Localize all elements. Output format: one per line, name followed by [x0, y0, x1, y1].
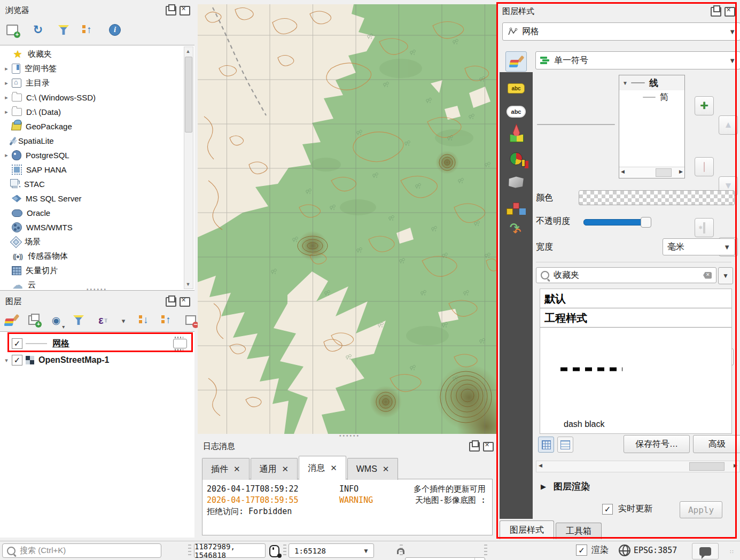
symbol-tree[interactable]: ▼ 线 简 ◀ ▶: [619, 75, 685, 178]
browser-tree-item[interactable]: 传感器物体: [0, 249, 194, 263]
browser-tree-item[interactable]: ▸ PostgreSQL: [0, 148, 194, 162]
symbology-tab[interactable]: [505, 51, 527, 72]
expander-icon[interactable]: ▸: [1, 108, 12, 115]
close-tab-icon[interactable]: ✕: [330, 463, 337, 473]
mouse-tracking-icon[interactable]: [269, 545, 279, 557]
close-tab-icon[interactable]: ✕: [383, 464, 390, 474]
map-canvas[interactable]: [198, 4, 496, 434]
dash-symbol-preview[interactable]: [559, 364, 624, 375]
expander-icon[interactable]: ▶: [541, 483, 546, 491]
slider-handle[interactable]: [641, 217, 651, 228]
browser-tree-item[interactable]: ▸ 主目录: [0, 76, 194, 90]
scroll-left-icon[interactable]: ◀: [621, 169, 625, 174]
styling-side-tab[interactable]: [500, 170, 533, 194]
scale-combobox[interactable]: 1:65128 ▼: [289, 543, 374, 558]
expander-icon[interactable]: ▸: [1, 80, 12, 87]
move-up-button[interactable]: [719, 115, 738, 135]
symbol-search-input[interactable]: 收藏夹: [536, 267, 716, 283]
browser-scrollbar[interactable]: ▲ ▼: [184, 46, 193, 289]
apply-button[interactable]: Apply: [680, 501, 722, 518]
live-update-checkbox[interactable]: ✓: [602, 504, 613, 515]
browser-tree-item[interactable]: ▸ D:\ (Data): [0, 105, 194, 119]
expander-icon[interactable]: ▸: [1, 94, 12, 101]
float-panel-icon[interactable]: [166, 297, 176, 307]
layer-visibility-checkbox[interactable]: ✓: [12, 355, 22, 365]
panel-hscrollbar[interactable]: ◀ ▶: [536, 461, 740, 472]
width-unit-dropdown[interactable]: 毫米 ▼: [663, 238, 735, 255]
browser-tree-item[interactable]: ▸ C:\ (Windows-SSD): [0, 90, 194, 105]
styling-side-tab[interactable]: [500, 194, 533, 217]
search-filter-dropdown[interactable]: ▼: [718, 267, 733, 284]
expander-icon[interactable]: ▸: [1, 152, 12, 159]
scroll-thumb[interactable]: [185, 57, 192, 133]
symbol-tree-hscrollbar[interactable]: ◀ ▶: [619, 167, 684, 178]
scroll-right-icon[interactable]: ▶: [734, 463, 737, 468]
stepper-arrows[interactable]: ▲▼: [474, 558, 485, 560]
layer-selector-dropdown[interactable]: 网格 ▼: [502, 22, 740, 41]
scroll-left-icon[interactable]: ◀: [539, 463, 542, 468]
layer-rendering-group[interactable]: ▶ 图层渲染: [541, 480, 590, 493]
close-panel-icon[interactable]: [725, 7, 735, 17]
dock-tab[interactable]: 工具箱: [556, 523, 602, 539]
browser-tree-item[interactable]: GeoPackage: [0, 119, 194, 134]
browser-tree-item[interactable]: 收藏夹: [0, 47, 194, 61]
render-checkbox[interactable]: ✓: [576, 545, 587, 556]
browser-tree-item[interactable]: SAP HANA: [0, 162, 194, 177]
scroll-down-icon[interactable]: ▼: [184, 280, 192, 289]
float-panel-icon[interactable]: [711, 7, 721, 17]
resize-grip[interactable]: ∷: [730, 549, 735, 555]
styling-side-tab[interactable]: [500, 217, 533, 241]
close-panel-icon[interactable]: [180, 6, 190, 15]
browser-tree-item[interactable]: SpatiaLite: [0, 134, 194, 148]
color-swatch-button[interactable]: [579, 190, 735, 205]
coordinate-box[interactable]: 11872989, 1546818: [194, 543, 266, 558]
layer-visibility-checkbox[interactable]: ✓: [12, 338, 22, 349]
magnifier-spinbox[interactable]: 100% ▲▼: [405, 557, 485, 560]
log-tab[interactable]: 消息 ✕: [299, 456, 346, 480]
scroll-right-icon[interactable]: ▶: [679, 169, 683, 174]
expander-icon[interactable]: ▾: [1, 357, 12, 364]
locator-search-input[interactable]: 搜索 (Ctrl+K): [2, 543, 161, 558]
log-tab[interactable]: WMS ✕: [347, 458, 399, 480]
splitter-handle[interactable]: ••••••: [339, 433, 360, 439]
float-panel-icon[interactable]: [166, 6, 176, 15]
close-tab-icon[interactable]: ✕: [282, 464, 289, 474]
scroll-thumb[interactable]: [689, 462, 725, 471]
save-symbol-button[interactable]: 保存符号…: [624, 435, 690, 453]
layer-row-osm[interactable]: ▾ ✓ OpenStreetMap-1: [0, 352, 194, 368]
close-panel-icon[interactable]: [483, 442, 494, 452]
add-symbol-layer-button[interactable]: [695, 96, 714, 115]
styling-side-tab[interactable]: [500, 147, 533, 170]
renderer-dropdown[interactable]: 单一符号 ▼: [535, 51, 740, 69]
clear-search-icon[interactable]: [703, 272, 712, 279]
browser-tree-item[interactable]: ▸ 空间书签: [0, 61, 194, 76]
remove-symbol-layer-button[interactable]: [695, 157, 714, 176]
expander-icon[interactable]: ▼: [619, 80, 631, 86]
log-tab[interactable]: 通用 ✕: [251, 458, 298, 480]
browser-tree-item[interactable]: WMS/WMTS: [0, 220, 194, 235]
close-panel-icon[interactable]: [180, 297, 190, 307]
duplicate-symbol-layer-button[interactable]: [695, 218, 714, 237]
styling-side-tab[interactable]: [500, 76, 533, 100]
scroll-thumb[interactable]: [656, 168, 672, 177]
dock-tab[interactable]: 图层样式: [500, 520, 554, 539]
memory-layer-indicator-icon[interactable]: [173, 339, 187, 348]
scroll-up-icon[interactable]: ▲: [184, 47, 192, 56]
icon-view-button[interactable]: [538, 437, 554, 453]
float-panel-icon[interactable]: [469, 442, 480, 452]
list-view-button[interactable]: [557, 437, 573, 453]
crs-button[interactable]: EPSG:3857: [619, 545, 677, 556]
styling-side-tab[interactable]: [500, 100, 533, 123]
browser-tree-item[interactable]: STAC: [0, 177, 194, 191]
messages-button[interactable]: [692, 543, 719, 559]
browser-tree-item[interactable]: 场景: [0, 235, 194, 249]
close-tab-icon[interactable]: ✕: [233, 464, 240, 474]
advanced-button[interactable]: 高级: [693, 435, 740, 453]
layer-row-grid[interactable]: ✓ 网格: [0, 335, 194, 352]
browser-tree-item[interactable]: 矢量切片: [0, 263, 194, 278]
log-tab[interactable]: 插件 ✕: [202, 458, 250, 480]
style-browser[interactable]: 默认 工程样式 dash black: [540, 289, 732, 434]
browser-tree-item[interactable]: Oracle: [0, 206, 194, 220]
expander-icon[interactable]: ▸: [1, 65, 12, 72]
styling-side-tab[interactable]: [500, 123, 533, 147]
